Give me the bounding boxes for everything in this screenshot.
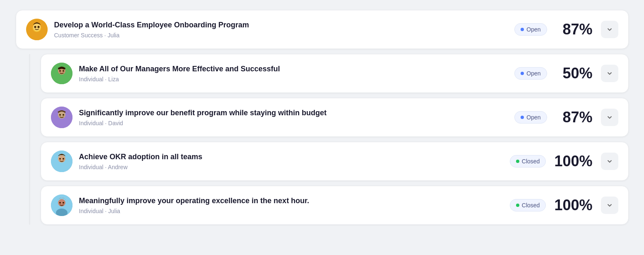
child-status-label: Closed [522, 202, 540, 209]
child-subtitle: Individual · Andrew [79, 164, 503, 170]
svg-point-8 [59, 70, 61, 72]
child-row: Meaningfully improve your operating exce… [41, 186, 629, 225]
child-card-3: Meaningfully improve your operating exce… [41, 186, 629, 225]
avatar [51, 63, 72, 84]
child-right: Closed 100% [510, 197, 618, 214]
child-title: Achieve OKR adoption in all teams [79, 152, 503, 162]
status-dot [516, 160, 519, 163]
child-status-label: Open [526, 70, 540, 77]
child-percentage: 100% [554, 197, 592, 214]
child-card-1: Significantly improve our benefit progra… [41, 98, 629, 137]
child-row: Achieve OKR adoption in all teams Indivi… [41, 142, 629, 181]
child-expand-button[interactable] [601, 109, 618, 126]
child-percentage: 87% [555, 109, 593, 126]
child-status-badge: Closed [510, 155, 546, 168]
svg-point-14 [63, 114, 64, 116]
avatar [51, 107, 72, 128]
svg-point-19 [63, 158, 64, 160]
status-dot [516, 204, 519, 207]
child-info: Significantly improve our benefit progra… [79, 108, 508, 126]
child-expand-button[interactable] [601, 197, 618, 214]
parent-expand-button[interactable] [601, 21, 618, 38]
child-title: Significantly improve our benefit progra… [79, 108, 508, 118]
child-title: Meaningfully improve your operating exce… [79, 196, 503, 206]
svg-point-23 [59, 202, 61, 204]
okr-container: Develop a World-Class Employee Onboardin… [16, 10, 629, 225]
child-percentage: 50% [555, 65, 593, 82]
svg-point-18 [59, 158, 61, 160]
child-right: Open 87% [514, 109, 618, 126]
child-row: Make All of Our Managers More Effective … [41, 54, 629, 93]
parent-percentage: 87% [555, 21, 593, 38]
status-dot [521, 72, 524, 75]
parent-subtitle: Customer Success · Julia [54, 32, 508, 39]
parent-info: Develop a World-Class Employee Onboardin… [54, 20, 508, 38]
child-right: Open 50% [514, 65, 618, 82]
svg-point-13 [59, 114, 61, 116]
status-dot [521, 116, 524, 119]
svg-point-5 [37, 26, 39, 28]
svg-point-4 [34, 26, 36, 28]
child-percentage: 100% [554, 153, 592, 170]
child-info: Achieve OKR adoption in all teams Indivi… [79, 152, 503, 170]
parent-status-label: Open [526, 26, 540, 33]
avatar [26, 19, 48, 40]
chevron-down-icon [606, 202, 613, 209]
avatar [51, 194, 72, 216]
parent-status-badge: Open [514, 23, 547, 36]
child-subtitle: Individual · David [79, 120, 508, 126]
parent-right: Open 87% [514, 21, 618, 38]
child-status-label: Open [526, 114, 540, 121]
child-status-badge: Open [514, 67, 547, 80]
child-title: Make All of Our Managers More Effective … [79, 64, 508, 74]
child-right: Closed 100% [510, 153, 618, 170]
avatar [51, 151, 72, 172]
child-info: Make All of Our Managers More Effective … [79, 64, 508, 82]
child-card-2: Achieve OKR adoption in all teams Indivi… [41, 142, 629, 181]
chevron-down-icon [606, 114, 613, 121]
chevron-down-icon [606, 70, 613, 77]
child-info: Meaningfully improve your operating exce… [79, 196, 503, 214]
child-status-label: Closed [522, 158, 540, 165]
child-status-badge: Closed [510, 199, 546, 211]
child-row: Significantly improve our benefit progra… [41, 98, 629, 137]
child-subtitle: Individual · Liza [79, 76, 508, 83]
child-expand-button[interactable] [601, 65, 618, 82]
child-status-badge: Open [514, 111, 547, 124]
children-list: Make All of Our Managers More Effective … [41, 54, 629, 225]
child-expand-button[interactable] [601, 153, 618, 170]
chevron-down-icon [606, 158, 613, 165]
child-subtitle: Individual · Julia [79, 208, 503, 214]
parent-status-dot [521, 28, 524, 31]
parent-card: Develop a World-Class Employee Onboardin… [16, 10, 629, 49]
chevron-down-icon [606, 26, 613, 33]
svg-point-9 [63, 70, 64, 72]
svg-point-24 [63, 202, 64, 204]
child-card-0: Make All of Our Managers More Effective … [41, 54, 629, 93]
parent-title: Develop a World-Class Employee Onboardin… [54, 20, 508, 30]
